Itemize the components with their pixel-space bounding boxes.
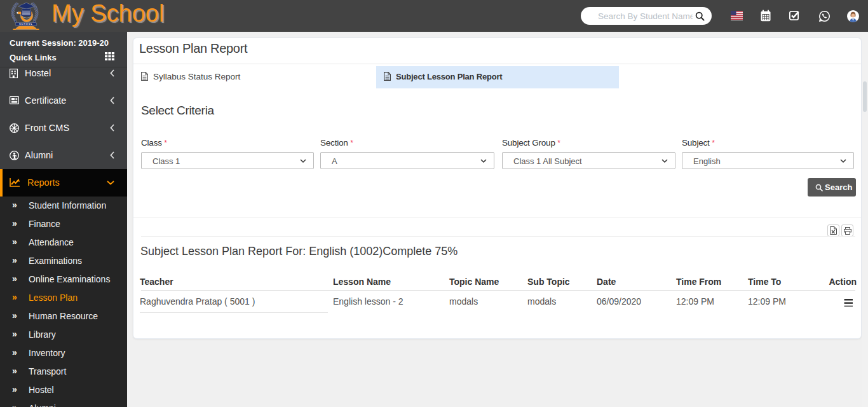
svg-text:SCHOOL: SCHOOL	[19, 23, 33, 25]
